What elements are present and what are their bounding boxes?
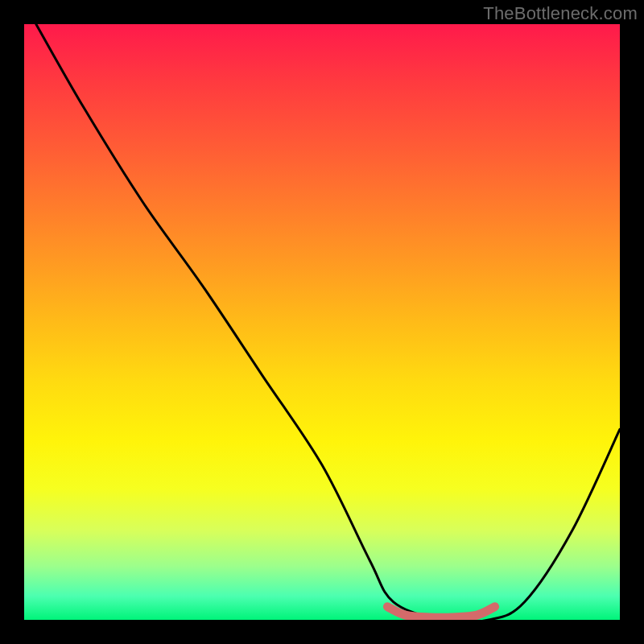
- watermark-text: TheBottleneck.com: [483, 3, 638, 24]
- chart-plot-area: [24, 24, 620, 620]
- chart-frame: TheBottleneck.com: [0, 0, 644, 644]
- chart-svg: [24, 24, 620, 620]
- bottleneck-curve-path: [36, 24, 620, 620]
